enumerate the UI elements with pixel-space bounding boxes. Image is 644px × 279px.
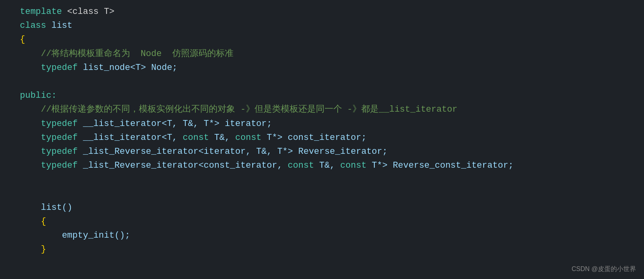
token: {: [20, 35, 25, 45]
token: list: [51, 21, 72, 31]
token: [20, 161, 41, 170]
code-content: typedef list_node<T> Node;: [20, 61, 636, 75]
token: //将结构模板重命名为 Node 仿照源码的标准: [20, 49, 233, 59]
code-line: [0, 75, 644, 89]
code-content: }: [20, 242, 636, 256]
code-line: {: [0, 215, 644, 229]
token: [20, 244, 41, 254]
code-line: class list: [0, 19, 644, 33]
token: //根据传递参数的不同，模板实例化出不同的对象 -》但是类模板还是同一个 -》都…: [20, 105, 457, 114]
token: _list_Reverse_iterator<iterator, T&, T*>…: [78, 147, 387, 157]
token: [20, 147, 41, 157]
token: [46, 21, 51, 31]
code-content: [20, 75, 636, 89]
code-content: empty_init();: [20, 229, 636, 242]
token: [62, 7, 67, 17]
token: T*> const_iterator;: [261, 133, 366, 143]
code-content: typedef _list_Reverse_iterator<const_ite…: [20, 159, 636, 172]
token: {: [41, 217, 46, 227]
code-content: public:: [20, 89, 636, 103]
token: const: [235, 133, 261, 143]
token: const: [288, 161, 314, 170]
code-line: empty_init();: [0, 229, 644, 242]
token: list(): [41, 203, 72, 213]
token: class: [20, 21, 46, 31]
code-line: typedef _list_Reverse_iterator<iterator,…: [0, 145, 644, 159]
code-line: list(): [0, 201, 644, 215]
code-content: list(): [20, 201, 636, 215]
token: public:: [20, 91, 56, 101]
token: __list_iterator<T, T&, T*> iterator;: [78, 119, 272, 129]
code-line: public:: [0, 89, 644, 103]
token: typedef: [41, 133, 78, 143]
token: [20, 217, 41, 227]
code-line: typedef __list_iterator<T, T&, T*> itera…: [0, 117, 644, 131]
code-line: template <class T>: [0, 5, 644, 19]
code-line: [0, 186, 644, 200]
code-content: //将结构模板重命名为 Node 仿照源码的标准: [20, 47, 636, 61]
token: T&,: [209, 133, 235, 143]
code-content: typedef __list_iterator<T, const T&, con…: [20, 131, 636, 145]
token: const: [340, 161, 366, 170]
token: [20, 119, 41, 129]
code-content: {: [20, 215, 636, 229]
code-line: {: [0, 33, 644, 46]
token: <class T>: [67, 7, 115, 17]
token: empty_init();: [62, 231, 130, 240]
token: __list_iterator<T,: [78, 133, 183, 143]
token: T*> Reverse_const_iterator;: [366, 161, 514, 170]
token: [20, 63, 41, 73]
token: typedef: [41, 119, 78, 129]
code-line: typedef _list_Reverse_iterator<const_ite…: [0, 159, 644, 172]
code-line: }: [0, 242, 644, 256]
code-line: typedef __list_iterator<T, const T&, con…: [0, 131, 644, 145]
code-content: typedef __list_iterator<T, T&, T*> itera…: [20, 117, 636, 131]
code-line: //将结构模板重命名为 Node 仿照源码的标准: [0, 47, 644, 61]
code-line: typedef list_node<T> Node;: [0, 61, 644, 75]
token: [20, 231, 62, 240]
code-content: {: [20, 33, 636, 46]
code-container: template <class T>class list{ //将结构模板重命名…: [0, 0, 644, 279]
token: typedef: [41, 63, 78, 73]
token: template: [20, 7, 62, 17]
token: const: [183, 133, 209, 143]
code-content: template <class T>: [20, 5, 636, 19]
token: [20, 203, 41, 213]
token: typedef: [41, 161, 78, 170]
token: typedef: [41, 147, 78, 157]
code-content: [20, 186, 636, 200]
code-content: typedef _list_Reverse_iterator<iterator,…: [20, 145, 636, 159]
code-line: [0, 172, 644, 186]
code-content: [20, 172, 636, 186]
token: list_node<T> Node;: [78, 63, 177, 73]
code-content: //根据传递参数的不同，模板实例化出不同的对象 -》但是类模板还是同一个 -》都…: [20, 103, 636, 116]
code-content: class list: [20, 19, 636, 33]
watermark: CSDN @皮蛋的小世界: [572, 264, 636, 274]
token: }: [41, 244, 46, 254]
code-line: //根据传递参数的不同，模板实例化出不同的对象 -》但是类模板还是同一个 -》都…: [0, 103, 644, 116]
token: T&,: [314, 161, 340, 170]
token: _list_Reverse_iterator<const_iterator,: [78, 161, 288, 170]
token: [20, 133, 41, 143]
